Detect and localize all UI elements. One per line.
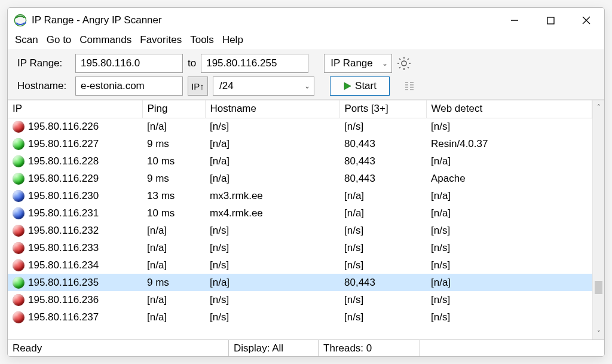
- to-label: to: [188, 57, 196, 69]
- column-header[interactable]: Web detect: [426, 100, 592, 118]
- scroll-up-arrow-icon[interactable]: ˄: [593, 100, 604, 114]
- netmask-label: /24: [219, 80, 234, 92]
- status-bar: Ready Display: All Threads: 0: [8, 339, 604, 356]
- cell-ports: [n/a]: [339, 187, 426, 204]
- cell-ping: 9 ms: [142, 135, 205, 152]
- cell-webdetect: [n/a]: [426, 274, 592, 291]
- cell-ping: [n/a]: [142, 118, 205, 135]
- column-header[interactable]: Ping: [142, 100, 205, 118]
- play-icon: [343, 82, 351, 90]
- cell-ip: 195.80.116.230: [28, 190, 99, 202]
- toolbar: IP Range: to IP Range ⌄ Hostname:: [8, 50, 604, 100]
- status-threads: Threads: 0: [319, 340, 420, 356]
- cell-hostname: mx4.rmk.ee: [205, 204, 339, 222]
- status-orb-icon: [13, 259, 25, 271]
- scroll-down-arrow-icon[interactable]: ˅: [593, 326, 604, 339]
- cell-webdetect: [n/a]: [426, 204, 592, 222]
- display-options-icon[interactable]: [404, 81, 415, 91]
- scroll-track[interactable]: [593, 114, 604, 326]
- table-row[interactable]: 195.80.116.237[n/a][n/s][n/s][n/s]: [8, 308, 592, 326]
- cell-ping: [n/a]: [142, 222, 205, 239]
- svg-marker-15: [344, 82, 351, 90]
- cell-ip: 195.80.116.231: [28, 207, 99, 219]
- hostname-label: Hostname:: [14, 80, 71, 92]
- app-icon: [14, 14, 27, 27]
- table-row[interactable]: 195.80.116.23013 msmx3.rmk.ee[n/a][n/a]: [8, 187, 592, 204]
- cell-ports: 80,443: [339, 135, 426, 152]
- menu-commands[interactable]: Commands: [76, 33, 135, 47]
- cell-ports: [n/s]: [339, 239, 426, 256]
- svg-line-12: [408, 67, 409, 68]
- menu-scan[interactable]: Scan: [11, 33, 42, 47]
- cell-webdetect: Resin/4.0.37: [426, 135, 592, 152]
- table-row[interactable]: 195.80.116.234[n/a][n/s][n/s][n/s]: [8, 256, 592, 274]
- menu-go-to[interactable]: Go to: [43, 33, 75, 47]
- hostname-input[interactable]: [75, 77, 183, 96]
- cell-hostname: [n/a]: [205, 170, 339, 187]
- table-row[interactable]: 195.80.116.22810 ms[n/a]80,443[n/a]: [8, 152, 592, 170]
- status-orb-icon: [13, 277, 25, 289]
- cell-hostname: [n/a]: [205, 152, 339, 170]
- ip-range-label: IP Range:: [14, 57, 71, 69]
- cell-ip: 195.80.116.227: [28, 138, 99, 150]
- cell-hostname: [n/s]: [205, 222, 339, 239]
- maximize-button[interactable]: [533, 8, 568, 33]
- netmask-combo[interactable]: /24 ⌄: [213, 77, 314, 96]
- menu-favorites[interactable]: Favorites: [136, 33, 185, 47]
- gear-icon[interactable]: [397, 56, 411, 71]
- cell-ports: [n/s]: [339, 291, 426, 308]
- cell-ping: [n/a]: [142, 291, 205, 308]
- table-row[interactable]: 195.80.116.226[n/a][n/s][n/s][n/s]: [8, 118, 592, 135]
- close-button[interactable]: [568, 8, 604, 33]
- column-header[interactable]: Ports [3+]: [339, 100, 426, 118]
- cell-ping: [n/a]: [142, 308, 205, 326]
- cell-hostname: [n/s]: [205, 239, 339, 256]
- start-button[interactable]: Start: [330, 77, 390, 96]
- status-display: Display: All: [229, 340, 319, 356]
- cell-hostname: [n/s]: [205, 291, 339, 308]
- table-row[interactable]: 195.80.116.236[n/a][n/s][n/s][n/s]: [8, 291, 592, 308]
- cell-ports: 80,443: [339, 274, 426, 291]
- title-bar: IP Range - Angry IP Scanner: [8, 8, 604, 33]
- table-row[interactable]: 195.80.116.233[n/a][n/s][n/s][n/s]: [8, 239, 592, 256]
- table-row[interactable]: 195.80.116.232[n/a][n/s][n/s][n/s]: [8, 222, 592, 239]
- status-orb-icon: [13, 121, 25, 133]
- cell-webdetect: [n/a]: [426, 152, 592, 170]
- column-header[interactable]: Hostname: [205, 100, 339, 118]
- cell-ip: 195.80.116.228: [28, 155, 99, 167]
- cell-webdetect: [n/s]: [426, 222, 592, 239]
- status-orb-icon: [13, 207, 25, 219]
- status-orb-icon: [13, 225, 25, 237]
- table-row[interactable]: 195.80.116.2299 ms[n/a]80,443Apache: [8, 170, 592, 187]
- ip-end-input[interactable]: [201, 54, 308, 73]
- cell-ports: [n/a]: [339, 204, 426, 222]
- cell-ping: 9 ms: [142, 274, 205, 291]
- menu-bar: ScanGo toCommandsFavoritesToolsHelp: [8, 33, 604, 50]
- menu-tools[interactable]: Tools: [186, 33, 218, 47]
- cell-hostname: [n/s]: [205, 308, 339, 326]
- cell-webdetect: [n/s]: [426, 256, 592, 274]
- status-orb-icon: [13, 173, 25, 185]
- cell-ports: [n/s]: [339, 222, 426, 239]
- minimize-button[interactable]: [497, 8, 533, 33]
- scroll-thumb[interactable]: [595, 281, 602, 294]
- cell-webdetect: Apache: [426, 170, 592, 187]
- cell-ports: [n/s]: [339, 256, 426, 274]
- cell-ip: 195.80.116.237: [28, 311, 99, 323]
- cell-hostname: [n/a]: [205, 135, 339, 152]
- vertical-scrollbar[interactable]: ˄ ˅: [592, 100, 604, 339]
- cell-ip: 195.80.116.233: [28, 242, 99, 254]
- ip-start-input[interactable]: [75, 54, 183, 73]
- cell-hostname: [n/s]: [205, 256, 339, 274]
- table-row[interactable]: 195.80.116.2279 ms[n/a]80,443Resin/4.0.3…: [8, 135, 592, 152]
- status-orb-icon: [13, 138, 25, 150]
- status-ready: Ready: [8, 340, 229, 356]
- table-row[interactable]: 195.80.116.23110 msmx4.rmk.ee[n/a][n/a]: [8, 204, 592, 222]
- menu-help[interactable]: Help: [219, 33, 247, 47]
- feeder-combo[interactable]: IP Range ⌄: [324, 54, 392, 73]
- table-row[interactable]: 195.80.116.2359 ms[n/a]80,443[n/a]: [8, 274, 592, 291]
- cell-ports: [n/s]: [339, 308, 426, 326]
- cell-ip: 195.80.116.232: [28, 225, 99, 237]
- ip-up-button[interactable]: IP↑: [188, 77, 208, 96]
- column-header[interactable]: IP: [8, 100, 142, 118]
